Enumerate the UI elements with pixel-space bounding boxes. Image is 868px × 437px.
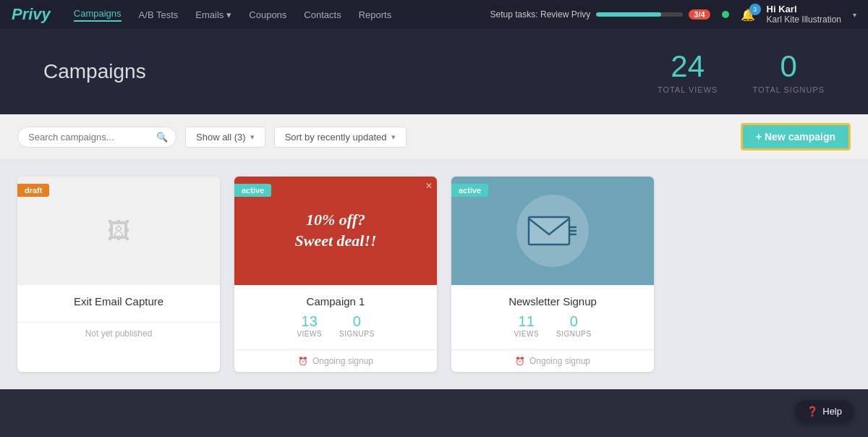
page-header: Campaigns 24 TOTAL VIEWS 0 TOTAL SIGNUPS: [0, 29, 868, 114]
card-body-campaign1: Campaign 1 13 VIEWS 0 SIGNUPS: [234, 285, 437, 349]
signups-label: SIGNUPS: [339, 330, 375, 338]
nav-item-coupons[interactable]: Coupons: [249, 9, 286, 20]
stat-signups-number: 0: [752, 49, 825, 84]
views-label: VIEWS: [514, 330, 539, 338]
nav-right: Setup tasks: Review Privy 3/4 🔔 3 Hi Kar…: [490, 4, 856, 26]
notif-badge: 3: [749, 4, 761, 15]
signups-label: SIGNUPS: [556, 330, 592, 338]
card-title-campaign1: Campaign 1: [246, 295, 425, 307]
card-body-newsletter: Newsletter Signup 11 VIEWS 0 SIGNUPS: [451, 285, 654, 349]
card-footer-newsletter: ⏰ Ongoing signup: [451, 349, 654, 372]
card-body-exit-email: Exit Email Capture: [17, 285, 220, 322]
views-number: 13: [297, 313, 322, 330]
chevron-down-icon: ▾: [250, 132, 255, 142]
logo[interactable]: Privy: [12, 5, 51, 24]
search-icon: 🔍: [156, 132, 168, 143]
nav-item-abtests[interactable]: A/B Tests: [139, 9, 179, 20]
card-footer-text: Ongoing signup: [312, 356, 373, 366]
stat-signups-label: TOTAL SIGNUPS: [752, 85, 825, 94]
stat-views-number: 24: [658, 49, 718, 84]
card-stat-signups: 0 SIGNUPS: [339, 313, 375, 338]
signups-number: 0: [339, 313, 375, 330]
card-badge-active: active: [451, 184, 488, 197]
preview-campaign1-text: 10% off? Sweet deal!!: [294, 210, 376, 251]
search-wrapper: 🔍: [17, 127, 176, 148]
card-badge-active: active: [234, 184, 271, 197]
user-info[interactable]: Hi Karl Karl Kite Illustration: [767, 4, 841, 26]
toolbar: 🔍 Show all (3) ▾ Sort by recently update…: [0, 114, 868, 159]
nav-item-contacts[interactable]: Contacts: [304, 9, 341, 20]
card-title-newsletter: Newsletter Signup: [463, 295, 642, 307]
setup-badge: 3/4: [689, 9, 710, 20]
new-campaign-button[interactable]: + New campaign: [741, 123, 851, 150]
show-all-label: Show all (3): [196, 132, 246, 143]
envelope-icon: [527, 213, 578, 249]
stat-total-views: 24 TOTAL VIEWS: [658, 49, 718, 94]
setup-task-label: Setup tasks: Review Privy: [490, 9, 591, 20]
campaign-card-exit-email[interactable]: draft 🖼 Exit Email Capture Not yet publi…: [17, 177, 220, 372]
search-input[interactable]: [17, 127, 176, 148]
views-label: VIEWS: [297, 330, 322, 338]
card-footer-text: Not yet published: [85, 328, 153, 339]
chevron-down-icon: ▾: [226, 9, 231, 20]
setup-task[interactable]: Setup tasks: Review Privy 3/4: [490, 9, 710, 20]
campaigns-area: draft 🖼 Exit Email Capture Not yet publi…: [0, 159, 868, 389]
new-campaign-label: + New campaign: [756, 131, 835, 143]
help-button[interactable]: ❓ Help: [795, 400, 854, 423]
chevron-down-icon: ▾: [391, 132, 396, 142]
close-icon: ✕: [425, 181, 433, 191]
stat-total-signups: 0 TOTAL SIGNUPS: [752, 49, 825, 94]
campaign-card-campaign1[interactable]: active 10% off? Sweet deal!! ✕ Campaign …: [234, 177, 437, 372]
svg-rect-0: [529, 217, 569, 245]
user-company: Karl Kite Illustration: [767, 14, 841, 26]
stats-area: 24 TOTAL VIEWS 0 TOTAL SIGNUPS: [658, 49, 825, 94]
user-name: Hi Karl: [767, 4, 841, 14]
sort-dropdown[interactable]: Sort by recently updated ▾: [274, 127, 407, 148]
card-stat-views: 13 VIEWS: [297, 313, 322, 338]
user-dropdown-caret[interactable]: ▾: [853, 11, 856, 19]
image-placeholder-icon: 🖼: [107, 218, 130, 245]
stat-views-label: TOTAL VIEWS: [658, 85, 718, 94]
clock-icon: ⏰: [298, 357, 308, 366]
card-badge-draft: draft: [17, 184, 49, 197]
notification-bell[interactable]: 🔔 3: [741, 8, 755, 22]
help-label: Help: [822, 406, 842, 417]
card-footer-text: Ongoing signup: [529, 356, 590, 366]
card-stat-signups: 0 SIGNUPS: [556, 313, 592, 338]
card-title-exit-email: Exit Email Capture: [29, 295, 208, 307]
help-icon: ❓: [807, 406, 818, 417]
sort-label: Sort by recently updated: [285, 132, 387, 143]
nav-item-campaigns[interactable]: Campaigns: [74, 8, 122, 22]
views-number: 11: [514, 313, 539, 330]
signups-number: 0: [556, 313, 592, 330]
progress-bar: [596, 12, 683, 17]
card-footer-exit-email: Not yet published: [17, 322, 220, 344]
card-stats-campaign1: 13 VIEWS 0 SIGNUPS: [246, 313, 425, 338]
campaign-card-newsletter[interactable]: active Newsletter Signup 11: [451, 177, 654, 372]
nav-item-reports[interactable]: Reports: [359, 9, 392, 20]
card-stats-newsletter: 11 VIEWS 0 SIGNUPS: [463, 313, 642, 338]
show-all-dropdown[interactable]: Show all (3) ▾: [185, 127, 265, 148]
navbar: Privy Campaigns A/B Tests Emails ▾ Coupo…: [0, 0, 868, 29]
card-footer-campaign1: ⏰ Ongoing signup: [234, 349, 437, 372]
page-title: Campaigns: [43, 60, 146, 83]
clock-icon: ⏰: [515, 357, 525, 366]
nav-item-emails[interactable]: Emails ▾: [195, 9, 231, 20]
card-stat-views: 11 VIEWS: [514, 313, 539, 338]
envelope-circle: [516, 195, 589, 267]
status-dot: [722, 11, 729, 18]
